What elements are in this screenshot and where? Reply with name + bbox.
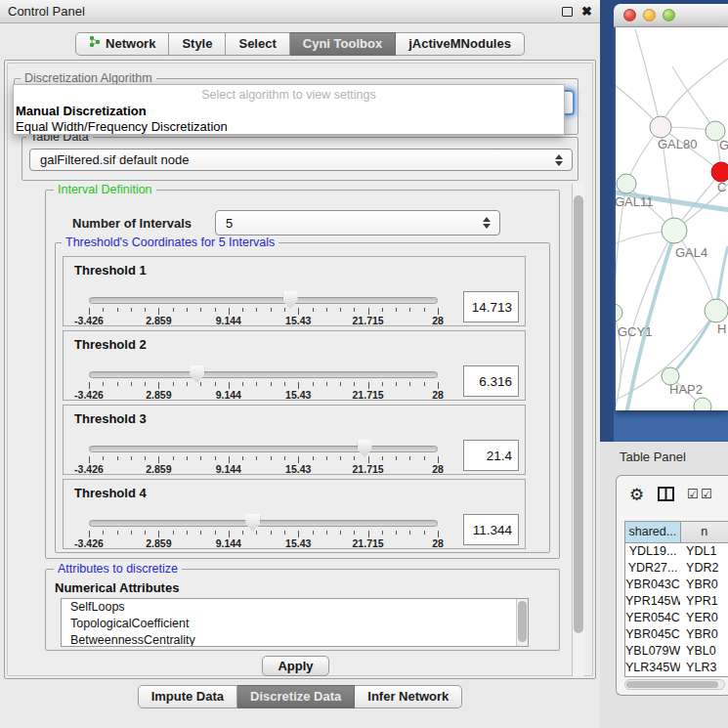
top-tab-bar: NetworkStyleSelectCyni ToolboxjActiveMNo… bbox=[0, 32, 600, 56]
tab-impute-data[interactable]: Impute Data bbox=[138, 685, 237, 708]
tab-network[interactable]: Network bbox=[75, 32, 169, 56]
table-row[interactable]: YBL079WYBL0 bbox=[625, 643, 728, 660]
threshold-panel-4: Threshold 4-3.4262.8599.14415.4321.71528 bbox=[63, 479, 526, 549]
tab-style[interactable]: Style bbox=[169, 32, 226, 56]
minimize-traffic-light-icon[interactable] bbox=[643, 9, 656, 21]
scrollbar-thumb[interactable] bbox=[574, 195, 583, 633]
table-row[interactable]: YDR27...YDR2 bbox=[625, 560, 728, 577]
slider-thumb[interactable] bbox=[245, 514, 260, 532]
tab-label: Cyni Toolbox bbox=[303, 33, 382, 55]
close-traffic-light-icon[interactable] bbox=[623, 9, 636, 21]
network-node[interactable] bbox=[694, 398, 711, 410]
number-of-intervals-label: Number of Intervals bbox=[72, 216, 192, 231]
network-node[interactable] bbox=[711, 162, 728, 182]
table-row[interactable]: YBR045CYBR0 bbox=[625, 626, 728, 643]
slider-ticks bbox=[89, 531, 439, 537]
popup-item-equal-width-frequency[interactable]: Equal Width/Frequency Discretization bbox=[16, 119, 228, 134]
slider-track[interactable] bbox=[89, 371, 438, 378]
zoom-traffic-light-icon[interactable] bbox=[663, 9, 675, 21]
numerical-attributes-list[interactable]: SelfLoopsTopologicalCoefficientBetweenne… bbox=[61, 598, 529, 647]
list-item[interactable]: TopologicalCoefficient bbox=[62, 616, 528, 632]
popup-hint: Select algorithm to view settings bbox=[14, 88, 564, 102]
spinner-arrows-icon[interactable] bbox=[483, 217, 491, 229]
checked-box-icon[interactable]: ☑ bbox=[687, 487, 699, 501]
table-horizontal-scrollbar[interactable] bbox=[624, 679, 725, 690]
slider-track[interactable] bbox=[89, 520, 438, 527]
threshold-value-input[interactable] bbox=[463, 514, 519, 545]
network-node[interactable] bbox=[705, 299, 728, 322]
table-cell: YDL1 bbox=[680, 543, 728, 560]
threshold-label: Threshold 1 bbox=[74, 263, 147, 278]
float-icon[interactable] bbox=[562, 7, 573, 17]
table-header-row: shared...n bbox=[625, 522, 728, 543]
slider-tick-labels: -3.4262.8599.14415.4321.71528 bbox=[89, 537, 439, 548]
table-row[interactable]: YER054CYER0 bbox=[625, 610, 728, 626]
network-edge bbox=[635, 29, 661, 127]
table-row[interactable]: YLR345WYLR3 bbox=[625, 660, 728, 676]
network-node[interactable] bbox=[662, 218, 687, 243]
table-cell: YLR3 bbox=[680, 660, 728, 676]
network-node[interactable] bbox=[650, 116, 671, 138]
popup-item-manual-discretization[interactable]: Manual Discretization bbox=[16, 104, 147, 118]
table-cell: YBR043C bbox=[625, 577, 680, 593]
scrollbar-thumb[interactable] bbox=[518, 601, 527, 642]
table-row[interactable]: YDL19...YDL1 bbox=[625, 543, 728, 560]
gear-icon[interactable]: ⚙ bbox=[629, 485, 644, 505]
slider-thumb[interactable] bbox=[190, 365, 204, 383]
table-row[interactable]: YPR145WYPR1 bbox=[625, 593, 728, 610]
threshold-value-input[interactable] bbox=[463, 365, 519, 397]
group-title: Interval Definition bbox=[54, 183, 156, 196]
tab-select[interactable]: Select bbox=[226, 32, 289, 56]
checked-box-icon[interactable]: ☑ bbox=[701, 487, 712, 501]
attributes-scrollbar[interactable] bbox=[516, 599, 528, 646]
slider-thumb[interactable] bbox=[358, 440, 372, 457]
table-row[interactable]: YIL052CYIL0 bbox=[625, 676, 728, 677]
network-window-titlebar[interactable] bbox=[614, 4, 728, 27]
scrollbar-thumb[interactable] bbox=[626, 681, 718, 688]
control-panel: Control Panel ✖ NetworkStyleSelectCyni T… bbox=[0, 0, 600, 728]
tab-jactivemnodules[interactable]: jActiveMNodules bbox=[396, 32, 525, 56]
columns-icon[interactable] bbox=[658, 487, 674, 504]
threshold-value-input[interactable] bbox=[463, 440, 519, 471]
node-label: HAP2 bbox=[669, 382, 703, 397]
application-root: Control Panel ✖ NetworkStyleSelectCyni T… bbox=[0, 0, 728, 728]
slider-track[interactable] bbox=[89, 446, 438, 452]
table-panel-toolbar: ⚙ ☑ ☑ bbox=[617, 476, 728, 515]
tab-cyni-toolbox[interactable]: Cyni Toolbox bbox=[290, 32, 396, 56]
table-cell: YBL0 bbox=[680, 643, 728, 660]
list-item[interactable]: SelfLoops bbox=[62, 599, 528, 616]
table-cell: YPR1 bbox=[680, 593, 728, 610]
apply-button[interactable]: Apply bbox=[262, 656, 329, 676]
slider-thumb[interactable] bbox=[283, 291, 298, 309]
table-cell: YIL0 bbox=[680, 676, 728, 677]
table-data-combobox[interactable]: galFiltered.sif default node bbox=[29, 149, 573, 171]
table-cell: YPR145W bbox=[625, 593, 680, 610]
bottom-tab-bar: Impute DataDiscretize DataInfer Network bbox=[0, 685, 600, 708]
number-of-intervals-spinner[interactable]: 5 bbox=[215, 210, 500, 236]
table-panel-title: Table Panel bbox=[620, 450, 686, 464]
node-label: GAL80 bbox=[658, 137, 697, 151]
network-node[interactable] bbox=[617, 174, 636, 193]
column-header[interactable]: n bbox=[681, 522, 728, 543]
tab-discretize-data[interactable]: Discretize Data bbox=[237, 685, 355, 708]
table-cell: YER054C bbox=[625, 610, 680, 626]
table-cell: YIL052C bbox=[625, 676, 680, 677]
slider-ticks bbox=[89, 382, 439, 389]
main-vertical-scrollbar[interactable] bbox=[572, 184, 584, 676]
threshold-panel-2: Threshold 2-3.4262.8599.14415.4321.71528 bbox=[63, 330, 526, 401]
threshold-value-input[interactable] bbox=[463, 291, 519, 322]
close-icon[interactable]: ✖ bbox=[581, 4, 592, 19]
table-row[interactable]: YBR043CYBR0 bbox=[625, 577, 728, 593]
group-title: Attributes to discretize bbox=[54, 562, 182, 576]
list-item[interactable]: BetweennessCentrality bbox=[62, 632, 528, 647]
node-label: C bbox=[717, 180, 726, 194]
tab-infer-network[interactable]: Infer Network bbox=[355, 685, 462, 708]
table-cell: YDR2 bbox=[680, 560, 728, 577]
numerical-attributes-label: Numerical Attributes bbox=[55, 580, 179, 595]
network-node[interactable] bbox=[616, 304, 622, 321]
slider-tick-labels: -3.4262.8599.14415.4321.71528 bbox=[89, 463, 439, 474]
slider-track[interactable] bbox=[89, 297, 438, 304]
node-attribute-table[interactable]: shared...n YDL19...YDL1YDR27...YDR2YBR04… bbox=[624, 521, 728, 677]
column-header[interactable]: shared... bbox=[625, 522, 681, 543]
network-canvas[interactable]: GAL80GACGAL11GAL4GCY1HHAP2 bbox=[616, 27, 728, 410]
